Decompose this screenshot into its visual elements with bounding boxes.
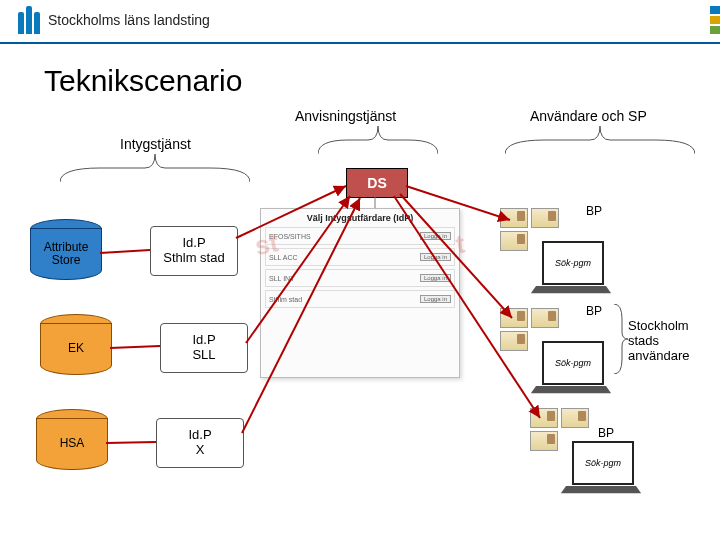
bp-label: BP: [586, 204, 602, 218]
node-idp-x: Id.P X: [156, 418, 244, 468]
svg-line-0: [100, 250, 150, 253]
laptop-icon: Sök-pgm: [566, 441, 636, 496]
watermark-right: t: [454, 228, 468, 260]
node-ds: DS: [346, 168, 408, 198]
screenshot-row: SLL INTLogga in: [265, 269, 455, 287]
hsa-label: HSA: [36, 418, 108, 470]
screenshot-row: EFOS/SITHSLogga in: [265, 227, 455, 245]
label-intyg: Intygstjänst: [120, 136, 191, 152]
brace-anvisning-icon: [318, 126, 438, 154]
client-1: BP Sök-pgm: [500, 208, 610, 296]
label-stockholm-users: Stockholm stads användare: [628, 318, 689, 363]
attribute-store-label: Attribute Store: [30, 228, 102, 280]
brace-intyg-icon: [60, 154, 250, 182]
page-title: Teknikscenario: [44, 64, 720, 98]
edge-decor-icon: [710, 6, 720, 34]
diagram-stage: Anvisningstjänst Användare och SP Intygs…: [0, 108, 720, 540]
node-ek: EK: [40, 323, 110, 381]
bp-label: BP: [598, 426, 614, 440]
brace-anvandare-icon: [505, 126, 695, 154]
svg-line-2: [106, 442, 156, 443]
brace-stockholm-icon: [614, 304, 628, 374]
screenshot-row: Sthlm stadLogga in: [265, 290, 455, 308]
svg-line-1: [110, 346, 160, 348]
node-idp-sthlm: Id.P Sthlm stad: [150, 226, 238, 276]
label-anvandare: Användare och SP: [530, 108, 647, 124]
laptop-icon: Sök-pgm: [536, 341, 606, 396]
client-2: BP Sök-pgm: [500, 308, 610, 396]
idp-selector-screenshot: Välj Intygsutfärdare (IdP) EFOS/SITHSLog…: [260, 208, 460, 378]
node-hsa: HSA: [36, 418, 106, 476]
laptop-icon: Sök-pgm: [536, 241, 606, 296]
client-3: BP Sök-pgm: [530, 408, 640, 496]
screenshot-row: SLL ACCLogga in: [265, 248, 455, 266]
logo: Stockholms läns landsting: [18, 6, 210, 34]
label-anvisning: Anvisningstjänst: [295, 108, 396, 124]
screen-text: Sök-pgm: [542, 341, 604, 385]
org-name: Stockholms läns landsting: [48, 12, 210, 28]
ek-label: EK: [40, 323, 112, 375]
node-attribute-store: Attribute Store: [30, 228, 100, 286]
bp-label: BP: [586, 304, 602, 318]
node-idp-sll: Id.P SLL: [160, 323, 248, 373]
logo-mark-icon: [18, 6, 40, 34]
header: Stockholms läns landsting: [0, 0, 720, 44]
screen-text: Sök-pgm: [542, 241, 604, 285]
screen-text: Sök-pgm: [572, 441, 634, 485]
screenshot-title: Välj Intygsutfärdare (IdP): [265, 213, 455, 223]
